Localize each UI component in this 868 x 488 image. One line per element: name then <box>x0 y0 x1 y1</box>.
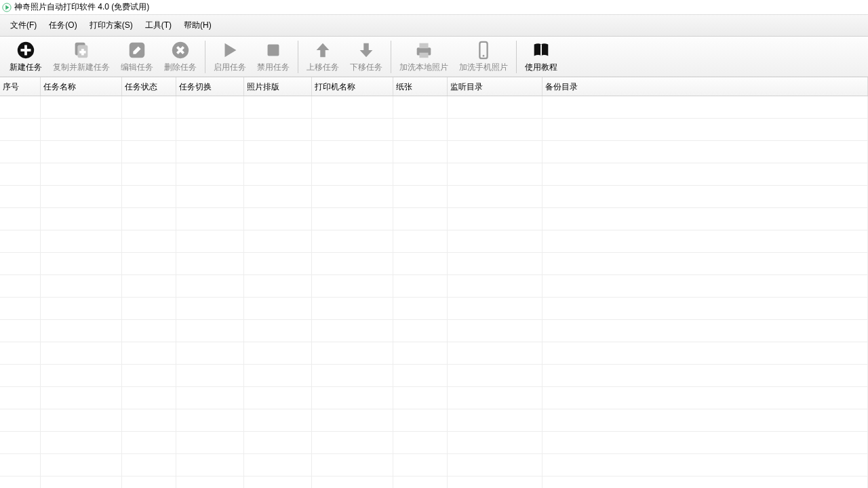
move-down-button[interactable]: 下移任务 <box>344 38 388 76</box>
toolbar-separator <box>391 41 391 73</box>
edit-task-label: 编辑任务 <box>121 62 153 73</box>
toolbar-separator <box>516 41 517 73</box>
col-backup-dir[interactable]: 备份目录 <box>542 77 868 96</box>
play-icon <box>219 40 241 60</box>
menu-print-scheme[interactable]: 打印方案(S) <box>83 17 139 34</box>
table-row[interactable] <box>0 230 868 253</box>
stop-icon <box>262 40 284 60</box>
svg-rect-7 <box>79 51 85 54</box>
table-row[interactable] <box>0 253 868 275</box>
toolbar: 新建任务 复制并新建任务 编辑任务 删除任务 启用任务 禁用任务 <box>0 37 868 77</box>
col-task-status[interactable]: 任务状态 <box>122 77 176 96</box>
table-header: 序号 任务名称 任务状态 任务切换 照片排版 打印机名称 纸张 监听目录 备份目… <box>0 77 868 96</box>
arrow-up-icon <box>312 40 334 60</box>
title-bar: 神奇照片自动打印软件 4.0 (免费试用) <box>0 0 868 15</box>
disable-task-button[interactable]: 禁用任务 <box>252 38 295 76</box>
table-row[interactable] <box>0 387 868 409</box>
col-task-switch[interactable]: 任务切换 <box>176 77 244 96</box>
svg-point-17 <box>483 55 485 57</box>
table-row[interactable] <box>0 163 868 186</box>
col-printer-name[interactable]: 打印机名称 <box>312 77 393 96</box>
delete-task-label: 删除任务 <box>164 62 197 73</box>
toolbar-separator <box>205 41 205 73</box>
move-up-label: 上移任务 <box>307 62 339 73</box>
table-row[interactable] <box>0 454 868 476</box>
table-row[interactable] <box>0 275 868 298</box>
table-row[interactable] <box>0 208 868 230</box>
add-local-photo-label: 加洗本地照片 <box>399 62 448 73</box>
task-table: 序号 任务名称 任务状态 任务切换 照片排版 打印机名称 纸张 监听目录 备份目… <box>0 77 868 488</box>
menu-help[interactable]: 帮助(H) <box>178 17 218 34</box>
plus-circle-icon <box>15 40 37 60</box>
table-row[interactable] <box>0 320 868 342</box>
delete-icon <box>170 40 191 60</box>
col-task-name[interactable]: 任务名称 <box>41 77 122 96</box>
table-row[interactable] <box>0 141 868 163</box>
table-row[interactable] <box>0 186 868 208</box>
table-row[interactable] <box>0 365 868 387</box>
table-row[interactable] <box>0 409 868 432</box>
phone-icon <box>473 40 494 60</box>
edit-icon <box>126 40 148 60</box>
move-down-label: 下移任务 <box>350 62 382 73</box>
table-row[interactable] <box>0 476 868 488</box>
menu-task[interactable]: 任务(O) <box>43 17 83 34</box>
col-photo-layout[interactable]: 照片排版 <box>244 77 312 96</box>
svg-rect-3 <box>21 49 31 52</box>
svg-rect-15 <box>419 53 428 58</box>
svg-rect-18 <box>540 45 542 56</box>
add-local-photo-button[interactable]: 加洗本地照片 <box>394 38 454 76</box>
book-icon <box>530 40 552 60</box>
menu-file[interactable]: 文件(F) <box>4 17 43 34</box>
new-task-label: 新建任务 <box>9 62 42 73</box>
add-phone-photo-label: 加洗手机照片 <box>459 62 508 73</box>
printer-icon <box>413 40 435 60</box>
disable-task-label: 禁用任务 <box>257 62 290 73</box>
table-row[interactable] <box>0 298 868 320</box>
col-paper[interactable]: 纸张 <box>393 77 448 96</box>
delete-task-button[interactable]: 删除任务 <box>159 38 202 76</box>
enable-task-button[interactable]: 启用任务 <box>208 38 252 76</box>
table-row[interactable] <box>0 119 868 141</box>
enable-task-label: 启用任务 <box>214 62 246 73</box>
table-row[interactable] <box>0 96 868 119</box>
copy-plus-icon <box>71 40 92 60</box>
col-index[interactable]: 序号 <box>0 77 41 96</box>
copy-new-task-label: 复制并新建任务 <box>53 62 110 73</box>
copy-new-task-button[interactable]: 复制并新建任务 <box>47 38 115 76</box>
move-up-button[interactable]: 上移任务 <box>301 38 344 76</box>
table-row[interactable] <box>0 342 868 365</box>
tutorial-button[interactable]: 使用教程 <box>519 38 563 76</box>
table-row[interactable] <box>0 432 868 454</box>
svg-rect-12 <box>268 45 279 56</box>
edit-task-button[interactable]: 编辑任务 <box>115 38 159 76</box>
arrow-down-icon <box>355 40 377 60</box>
svg-rect-14 <box>419 43 428 49</box>
app-icon <box>2 3 12 12</box>
new-task-button[interactable]: 新建任务 <box>4 38 47 76</box>
menu-bar: 文件(F) 任务(O) 打印方案(S) 工具(T) 帮助(H) <box>0 15 868 37</box>
menu-tools[interactable]: 工具(T) <box>139 17 178 34</box>
col-monitor-dir[interactable]: 监听目录 <box>448 77 542 96</box>
window-title: 神奇照片自动打印软件 4.0 (免费试用) <box>14 1 149 13</box>
toolbar-separator <box>298 41 298 73</box>
table-body <box>0 96 868 488</box>
add-phone-photo-button[interactable]: 加洗手机照片 <box>454 38 513 76</box>
tutorial-label: 使用教程 <box>525 62 557 73</box>
